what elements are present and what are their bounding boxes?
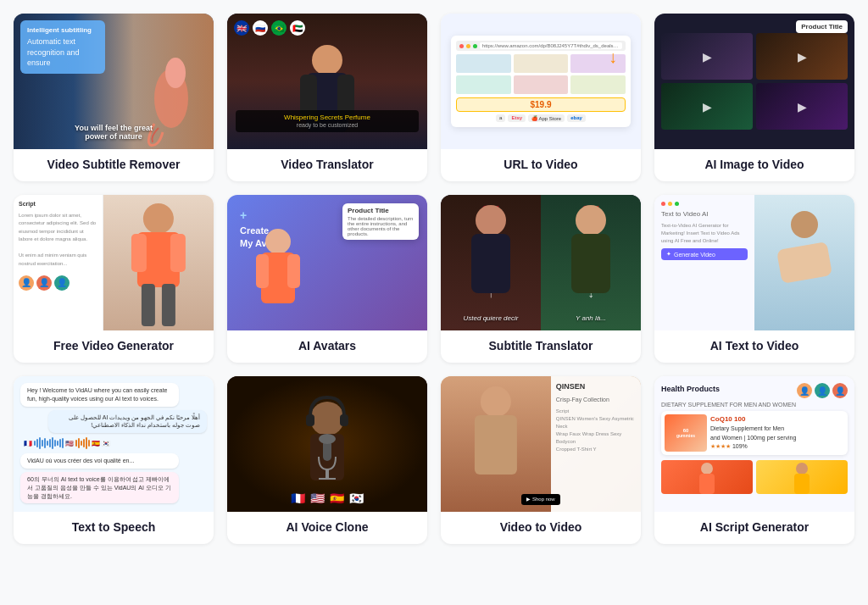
right-subtitle: Y anh là... xyxy=(541,314,641,322)
svg-rect-36 xyxy=(794,474,810,494)
svg-rect-29 xyxy=(326,469,329,478)
card-label-subtitle-translator: Subtitle Translator xyxy=(441,330,641,363)
svg-rect-25 xyxy=(306,414,314,426)
left-subtitle: Usted quiere decir xyxy=(441,314,541,322)
card-ai-avatars[interactable]: + CreateMy Avatar Product Title The deta… xyxy=(227,195,427,363)
svg-rect-30 xyxy=(319,478,336,480)
supplement-info: CoQ10 100 Dietary Supplement for Men and… xyxy=(710,414,844,452)
svg-rect-20 xyxy=(571,234,610,293)
svg-rect-9 xyxy=(131,234,147,272)
script-panel: Script Lorem ipsum dolor sit amet, conse… xyxy=(14,195,103,330)
card-label-video-to-video: Video to Video xyxy=(441,512,641,544)
card-url-to-video[interactable]: https://www.amazon.com/dp/B08J245Y7T#thd… xyxy=(441,14,641,181)
card-video-translator[interactable]: 🇬🇧 🇷🇺 🇧🇷 🇦🇪 Whispering Secrets Perfume r… xyxy=(227,14,427,181)
card-ai-text-to-video[interactable]: Text to Video AI Text-to-Video AI Genera… xyxy=(654,195,854,363)
language-flags: 🇬🇧 🇷🇺 🇧🇷 🇦🇪 xyxy=(234,20,305,36)
tts-messages: Hey ! Welcome to VidAU where you can eas… xyxy=(14,376,214,512)
thumbnail-url-to-video: https://www.amazon.com/dp/B08J245Y7T#thd… xyxy=(441,14,641,149)
person-silhouette xyxy=(285,39,370,149)
split-right: 🇻🇳 ↓ Y anh là... xyxy=(541,195,641,330)
flag-br: 🇧🇷 xyxy=(271,20,287,36)
thumbnail-video-translator: 🇬🇧 🇷🇺 🇧🇷 🇦🇪 Whispering Secrets Perfume r… xyxy=(227,14,427,149)
svg-rect-16 xyxy=(287,254,300,288)
svg-point-19 xyxy=(576,205,606,236)
svg-rect-22 xyxy=(776,241,832,284)
svg-point-13 xyxy=(265,229,291,254)
cta-area: ▶ Shop now xyxy=(441,494,641,505)
svg-point-35 xyxy=(796,463,808,475)
tts-msg-english: Hey ! Welcome to VidAU where you can eas… xyxy=(20,383,179,407)
product-title-overlay: Product Title xyxy=(796,20,848,33)
product-image-grid xyxy=(456,54,626,94)
svg-point-21 xyxy=(791,211,818,238)
browser-mockup: https://www.amazon.com/dp/B08J245Y7T#thd… xyxy=(451,36,631,127)
svg-rect-32 xyxy=(475,415,517,475)
svg-point-33 xyxy=(701,463,713,475)
svg-rect-26 xyxy=(340,414,348,426)
person-left xyxy=(453,195,529,330)
generate-label: Generate Video xyxy=(674,252,715,258)
card-label-ai-script-generator: AI Script Generator xyxy=(654,512,854,544)
thumbnail-subtitle-translator: 🇪🇸 ↑ Usted quiere decir 🇻🇳 ↓ Y anh là... xyxy=(441,195,641,330)
product-grid: Intelligent subtitling Automatic text re… xyxy=(14,14,854,544)
flag-en: 🇬🇧 xyxy=(234,20,249,36)
play-button-4: ▶ xyxy=(756,83,848,130)
card-ai-image-to-video[interactable]: ▶ ▶ ▶ ▶ Product Title AI Image to Video xyxy=(654,14,854,181)
card-label-video-subtitle-remover: Video Subtitle Remover xyxy=(14,149,214,181)
shop-button[interactable]: ▶ Shop now xyxy=(521,494,559,505)
card-label-ai-image-to-video: AI Image to Video xyxy=(654,149,854,181)
generate-button[interactable]: ✦ Generate Video xyxy=(661,248,748,260)
svg-rect-34 xyxy=(699,474,715,494)
url-bar: https://www.amazon.com/dp/B08J245Y7T#thd… xyxy=(480,42,622,49)
flag-ru: 🇷🇺 xyxy=(253,20,268,36)
thumbnail-video-subtitle-remover: Intelligent subtitling Automatic text re… xyxy=(14,14,214,149)
card-label-url-to-video: URL to Video xyxy=(441,149,641,181)
card-free-video-generator[interactable]: Script Lorem ipsum dolor sit amet, conse… xyxy=(14,195,214,363)
svg-point-31 xyxy=(481,386,511,417)
subtitle-text: Whispering Secrets Perfume ready to be c… xyxy=(236,110,419,132)
card-video-to-video[interactable]: QINSEN Crisp-Fay Collection Script QINSE… xyxy=(441,376,641,544)
vtv-script-panel: QINSEN Crisp-Fay Collection Script QINSE… xyxy=(551,376,641,512)
card-label-ai-text-to-video: AI Text to Video xyxy=(654,330,854,363)
play-button-2: ▶ xyxy=(756,33,848,80)
avatar-row: 👤 👤 👤 xyxy=(19,275,97,291)
collection-name: Crisp-Fay Collection xyxy=(556,396,636,405)
script-label: Script xyxy=(19,200,97,209)
person-thumbnails xyxy=(661,460,848,494)
subtitle-overlay-card: Intelligent subtitling Automatic text re… xyxy=(20,20,105,74)
svg-point-28 xyxy=(319,434,336,444)
thumbnail-ai-text-to-video: Text to Video AI Text-to-Video AI Genera… xyxy=(654,195,854,330)
script-gen-header-row: Health Products 👤 👤 👤 xyxy=(661,383,848,398)
tts-msg-french: VidAU où vous créer des voi qualité en..… xyxy=(20,453,179,469)
person-thumb-2 xyxy=(789,460,815,494)
svg-rect-15 xyxy=(256,254,269,288)
thumbnail-text-to-speech: Hey ! Welcome to VidAU where you can eas… xyxy=(14,376,214,512)
avatar-person xyxy=(244,220,312,330)
thumbnail-video-to-video: QINSEN Crisp-Fay Collection Script QINSE… xyxy=(441,376,641,512)
card-text-to-speech[interactable]: Hey ! Welcome to VidAU where you can eas… xyxy=(14,376,214,544)
card-subtitle-translator[interactable]: 🇪🇸 ↑ Usted quiere decir 🇻🇳 ↓ Y anh là... xyxy=(441,195,641,363)
person-panel xyxy=(103,195,214,330)
card-label-text-to-speech: Text to Speech xyxy=(14,512,214,544)
card-label-free-video-generator: Free Video Generator xyxy=(14,330,214,363)
card-ai-script-generator[interactable]: Health Products 👤 👤 👤 DIETARY SUPPLEMENT… xyxy=(654,376,854,544)
supplement-desc: Dietary Supplement for Men and Women | 1… xyxy=(710,425,844,452)
vtv-person-figure xyxy=(441,376,551,512)
svg-rect-12 xyxy=(162,284,175,326)
card-ai-voice-clone[interactable]: 🇫🇷 🇺🇸 🇪🇸 🇰🇷 AI Voice Clone xyxy=(227,376,427,544)
person-bg-right xyxy=(754,195,854,330)
tts-msg-arabic: أهلًا مرحبًا نكم في الجهو من ويديدات AI … xyxy=(48,410,207,434)
card-video-subtitle-remover[interactable]: Intelligent subtitling Automatic text re… xyxy=(14,14,214,181)
person-thumb-1 xyxy=(694,460,720,494)
panel-title: Text to Video AI xyxy=(661,209,748,219)
health-products-title: Health Products xyxy=(661,385,720,393)
svg-point-1 xyxy=(165,58,186,88)
microphone-icon xyxy=(293,393,361,495)
dietary-subtitle: DIETARY SUPPLEMENT FOR MEN AND WOMEN xyxy=(661,402,848,408)
play-button-3: ▶ xyxy=(661,83,753,130)
waveform: 🇫🇷 🇺🇸 xyxy=(20,436,207,450)
product-card-overlay: Product Title The detailed description, … xyxy=(342,203,419,240)
brand-name: QINSEN xyxy=(556,381,636,393)
svg-point-3 xyxy=(312,45,342,75)
person-right xyxy=(553,195,629,330)
